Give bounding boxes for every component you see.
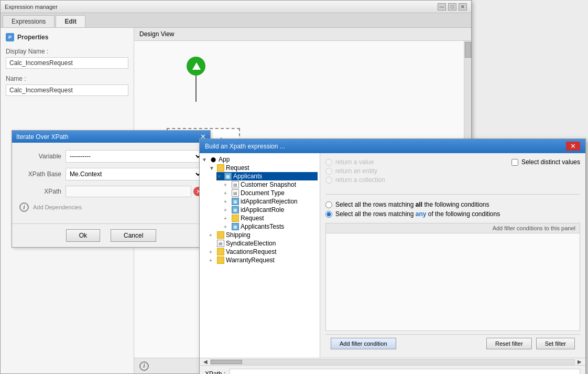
return-entity-row: return an entity <box>325 167 385 175</box>
name-input[interactable] <box>6 84 128 96</box>
applicants-tree-label: Applicants <box>233 173 262 180</box>
help-row: i Add Dependencies <box>19 202 203 212</box>
xpath-value-input[interactable] <box>230 369 580 374</box>
return-collection-radio[interactable] <box>325 177 332 184</box>
scroll-right-arrow[interactable]: ▶ <box>576 359 583 365</box>
scrollbar-thumb[interactable] <box>465 42 471 58</box>
xpath-value-label: XPath : <box>205 370 225 374</box>
tree-syndicate-election[interactable]: ▤ SyndicateElection <box>209 239 318 248</box>
tree-customer-snapshot[interactable]: + ▤ Customer Snapshot <box>224 180 318 189</box>
xpath-dialog-close[interactable]: ✕ <box>566 142 580 151</box>
tree-request-child[interactable]: + Request <box>224 214 318 222</box>
properties-label: Properties <box>17 34 48 41</box>
vacations-expand[interactable]: + <box>209 249 215 255</box>
tree-vacations-request[interactable]: + VacationsRequest <box>209 248 318 256</box>
shipping-expand[interactable]: + <box>209 232 215 238</box>
scroll-thumb-h[interactable] <box>211 360 242 364</box>
customer-snapshot-label: Customer Snapshot <box>241 181 296 188</box>
id-rejection-icon: ▦ <box>232 198 239 205</box>
tree-id-applicant-role[interactable]: + ▦ idApplicantRole <box>224 206 318 214</box>
tree-document-type[interactable]: + ▤ Document Type <box>224 189 318 197</box>
return-value-label: return a value <box>335 158 374 166</box>
tree-panel: ▼ ⬤ App ▼ Request ▼ ▦ Applicants + ▤ Cus… <box>200 153 320 358</box>
filter-header: Add filter conditions to this panel <box>326 223 580 233</box>
iterate-ok-button[interactable]: Ok <box>66 229 100 242</box>
warranty-icon <box>217 257 224 264</box>
request-expand[interactable]: ▼ <box>209 165 215 171</box>
select-all-radio[interactable] <box>325 201 332 208</box>
tree-id-applicant-rejection[interactable]: + ▦ idApplicantRejection <box>224 197 318 206</box>
properties-header: P Properties <box>6 33 128 41</box>
select-all-row: Select all the rows matching all the fol… <box>325 201 580 208</box>
app-expand[interactable]: ▼ <box>202 157 208 163</box>
scroll-track-h[interactable] <box>210 359 575 365</box>
request-folder-icon <box>217 164 224 172</box>
select-any-row: Select all the rows matching any of the … <box>325 210 580 218</box>
tree-applicants[interactable]: ▼ ▦ Applicants <box>216 172 318 180</box>
tree-warranty-request[interactable]: + WarrantyRequest <box>209 256 318 264</box>
id-role-label: idApplicantRole <box>241 206 284 213</box>
filter-panel: Add filter conditions to this panel <box>325 223 580 331</box>
display-name-label: Display Name : <box>6 48 128 55</box>
select-distinct-checkbox[interactable] <box>511 159 518 166</box>
request-label: Request <box>226 164 249 172</box>
scroll-left-arrow[interactable]: ◀ <box>202 359 209 365</box>
iterate-dialog-buttons: Ok Cancel <box>12 223 210 247</box>
variable-label: Variable <box>19 153 61 160</box>
applicants-tests-expand[interactable]: + <box>224 224 230 230</box>
warranty-expand[interactable]: + <box>209 258 215 263</box>
variable-select[interactable]: ---------- <box>66 150 203 163</box>
xpath-value-row: XPath : <box>200 365 585 374</box>
return-entity-label: return an entity <box>335 167 377 175</box>
close-button[interactable]: ✕ <box>459 3 467 10</box>
add-filter-condition-button[interactable]: Add filter condition <box>331 338 396 349</box>
reset-filter-button[interactable]: Reset filter <box>486 338 532 349</box>
applicants-expand[interactable]: ▼ <box>216 174 223 179</box>
help-icon-iter[interactable]: i <box>19 202 29 212</box>
iterate-cancel-button[interactable]: Cancel <box>111 229 156 242</box>
properties-icon: P <box>6 33 14 41</box>
connector-line <box>195 76 197 102</box>
customer-expand[interactable]: + <box>224 182 230 188</box>
id-role-expand[interactable]: + <box>224 207 230 213</box>
app-icon: ⬤ <box>210 156 217 163</box>
select-all-text: Select all the rows matching all the fol… <box>335 201 489 208</box>
xpath-input[interactable] <box>66 186 191 197</box>
tab-edit[interactable]: Edit <box>56 15 85 27</box>
select-distinct-label: Select distinct values <box>521 158 580 166</box>
return-entity-radio[interactable] <box>325 168 332 175</box>
tree-shipping[interactable]: + Shipping <box>209 231 318 239</box>
design-view-label: Design View <box>139 30 174 38</box>
select-distinct-row: Select distinct values <box>511 158 580 166</box>
id-role-icon: ▦ <box>232 206 239 213</box>
xpath-base-select[interactable]: Me.Context <box>66 168 203 180</box>
start-triangle-icon <box>192 62 201 70</box>
select-any-radio[interactable] <box>325 211 332 218</box>
name-label: Name : <box>6 75 128 82</box>
iterate-dialog-titlebar: Iterate Over XPath ✕ <box>12 131 210 143</box>
request-child-expand[interactable]: + <box>224 216 230 221</box>
return-value-radio[interactable] <box>325 159 332 166</box>
set-filter-button[interactable]: Set filter <box>536 338 575 349</box>
tab-expressions[interactable]: Expressions <box>3 15 55 27</box>
display-name-input[interactable] <box>6 57 128 69</box>
variable-row: Variable ---------- <box>19 150 203 163</box>
document-type-label: Document Type <box>241 189 285 197</box>
xpath-dialog-body: ▼ ⬤ App ▼ Request ▼ ▦ Applicants + ▤ Cus… <box>200 153 585 358</box>
doc-type-expand[interactable]: + <box>224 190 230 196</box>
any-keyword: any <box>416 210 427 218</box>
iterate-dialog-title: Iterate Over XPath <box>16 133 68 141</box>
tree-app[interactable]: ▼ ⬤ App <box>202 155 318 164</box>
tree-request[interactable]: ▼ Request <box>209 164 318 172</box>
id-rejection-expand[interactable]: + <box>224 199 230 205</box>
help-icon[interactable]: i <box>139 361 149 371</box>
request-child-icon <box>232 215 239 222</box>
minimize-button[interactable]: — <box>438 3 446 10</box>
vacations-label: VacationsRequest <box>226 248 277 255</box>
return-type-group: return a value return an entity return a… <box>325 158 385 184</box>
tab-bar: Expressions Edit <box>1 13 471 28</box>
customer-snapshot-icon: ▤ <box>232 181 239 188</box>
maximize-button[interactable]: □ <box>448 3 456 10</box>
tree-applicants-tests[interactable]: + ▦ ApplicantsTests <box>224 222 318 231</box>
warranty-label: WarrantyRequest <box>226 257 275 264</box>
